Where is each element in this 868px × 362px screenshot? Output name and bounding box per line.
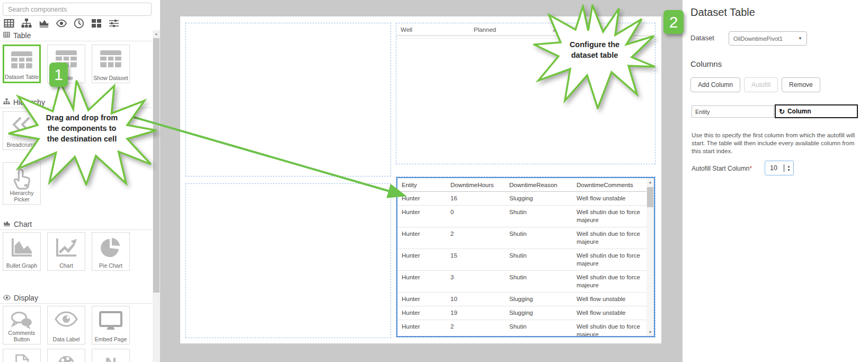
bookmark-n-icon: N xyxy=(105,354,117,362)
tile-breadcrumb[interactable]: Breadcrumb xyxy=(3,111,41,150)
section-header-display: Display xyxy=(0,293,153,304)
breadcrumb-icon xyxy=(12,117,32,135)
stepper-down-icon[interactable]: ▼ xyxy=(787,169,790,172)
autofill-button[interactable]: Autofill xyxy=(744,77,778,92)
dataset-select[interactable]: OilDowntimePivot1 ▼ xyxy=(729,31,807,46)
remove-button[interactable]: Remove xyxy=(782,77,820,92)
canvas-cell-top-left[interactable] xyxy=(185,23,391,176)
tile-hierarchy-picker[interactable]: Hierarchy Picker xyxy=(3,162,41,205)
display-section-icon xyxy=(3,294,11,302)
display-icon[interactable] xyxy=(56,18,67,29)
col-entity: Entity xyxy=(397,178,446,192)
eye-icon xyxy=(55,311,78,329)
section-header-chart: Chart xyxy=(0,219,153,230)
canvas-cell-bottom-left[interactable] xyxy=(185,183,391,338)
column-name-input[interactable] xyxy=(692,105,774,118)
scroll-up-icon[interactable]: ▲ xyxy=(153,32,160,36)
designer-workspace: Well Planned Actual Entity DowntimeHours… xyxy=(160,0,683,362)
preview-col-well: Well xyxy=(396,27,474,33)
preview-col-actual: Actual xyxy=(553,27,655,33)
dataset-select-value: OilDowntimePivot1 xyxy=(733,36,798,42)
autofill-start-column-input[interactable]: 10 ▲ ▼ xyxy=(765,161,794,175)
config-panel: Dataset Table Dataset OilDowntimePivot1 … xyxy=(683,0,868,362)
dataset-table-component[interactable]: Entity DowntimeHours DowntimeReason Down… xyxy=(396,177,655,337)
section-header-table: Table xyxy=(0,30,153,41)
document-icon xyxy=(12,354,31,362)
table-row: Hunter2ShutinWell shutin due to force ma… xyxy=(397,320,646,337)
bullet-graph-icon xyxy=(10,237,33,260)
columns-button-row: Add Column Autofill Remove xyxy=(690,77,820,92)
tile-data-label[interactable]: Data Label xyxy=(47,306,85,345)
canvas-cell-bottom-right[interactable]: Entity DowntimeHours DowntimeReason Down… xyxy=(396,176,656,338)
table-icon[interactable] xyxy=(4,18,14,29)
table-header-row: Entity DowntimeHours DowntimeReason Down… xyxy=(397,178,646,192)
tile-partial-document[interactable] xyxy=(3,349,41,362)
table-tile-icon xyxy=(55,50,77,70)
table-row: Hunter3ShutinWell shutin due to force ma… xyxy=(397,271,646,293)
tile-bullet-graph[interactable]: Bullet Graph xyxy=(3,232,41,271)
table-section-icon xyxy=(3,31,10,40)
table-row: Hunter2ShutinWell shutin due to force ma… xyxy=(397,227,646,249)
stepper-up-icon[interactable]: ▲ xyxy=(787,165,790,168)
col-downtimereason: DowntimeReason xyxy=(505,178,572,192)
refresh-icon: ↻ xyxy=(779,108,785,116)
table-row: Hunter19SluggingWell flow unstable xyxy=(397,306,646,320)
dataset-table-icon xyxy=(11,51,33,71)
chevron-down-icon: ▼ xyxy=(798,36,802,41)
column-type-selector[interactable]: ↻ Column xyxy=(775,104,858,118)
table-row: Hunter16SluggingWell flow unstable xyxy=(397,192,646,206)
required-asterisk: * xyxy=(749,165,752,172)
tile-table[interactable]: Table xyxy=(47,45,85,83)
layout-icon[interactable] xyxy=(91,18,102,29)
hierarchy-icon[interactable] xyxy=(21,18,32,29)
autofill-start-column-label: Autofill Start Column* xyxy=(692,165,752,172)
tile-pie-chart[interactable]: Pie Chart xyxy=(92,232,130,271)
preview-col-planned: Planned xyxy=(474,27,553,33)
tile-partial-bookmark[interactable]: N xyxy=(92,349,130,362)
sidebar-top-strip xyxy=(153,0,160,30)
autofill-help-text: Use this to specify the first column fro… xyxy=(692,131,862,155)
scroll-up-icon[interactable]: ▲ xyxy=(646,180,654,184)
sidebar-scrollbar[interactable]: ▲ xyxy=(153,30,160,362)
tile-chart[interactable]: Chart xyxy=(47,232,85,271)
scroll-down-icon[interactable]: ▼ xyxy=(646,330,654,334)
tile-embed-page[interactable]: Embed Page xyxy=(92,306,130,345)
canvas-cell-top-right[interactable]: Well Planned Actual xyxy=(396,23,656,164)
add-column-button[interactable]: Add Column xyxy=(690,77,740,92)
component-sidebar: Table Dataset Table Table Show Dataset H… xyxy=(0,0,153,362)
sidebar-scrollbar-thumb[interactable] xyxy=(153,38,160,293)
column-type-label: Column xyxy=(787,108,811,115)
tile-show-dataset[interactable]: Show Dataset xyxy=(92,45,130,83)
chart-section-icon xyxy=(3,220,11,228)
chart-icon[interactable] xyxy=(39,18,49,29)
autofill-start-column-value: 10 xyxy=(765,164,784,172)
dataset-table-preview: Entity DowntimeHours DowntimeReason Down… xyxy=(397,178,646,336)
section-header-hierarchy: Hierarchy xyxy=(0,97,153,108)
palette-icon xyxy=(56,354,76,362)
time-icon[interactable] xyxy=(74,18,84,29)
columns-heading: Columns xyxy=(690,59,722,68)
panel-title: Dataset Table xyxy=(690,6,755,19)
dataset-label: Dataset xyxy=(690,34,714,42)
table-scrollbar-thumb[interactable] xyxy=(647,187,653,207)
hand-pointer-icon xyxy=(11,167,32,192)
controls-icon[interactable] xyxy=(109,18,119,29)
col-downtimecomments: DowntimeComments xyxy=(572,178,646,192)
number-stepper[interactable]: ▲ ▼ xyxy=(784,165,793,172)
tile-partial-palette[interactable] xyxy=(47,349,85,362)
comments-icon xyxy=(10,311,33,332)
table-row: Hunter10SluggingWell flow unstable xyxy=(397,293,646,306)
tile-dataset-table[interactable]: Dataset Table xyxy=(3,45,41,83)
table-scrollbar[interactable]: ▲ ▼ xyxy=(646,178,654,336)
dashboard-canvas[interactable]: Well Planned Actual Entity DowntimeHours… xyxy=(180,16,661,343)
table-row: Hunter0ShutinWell shutin due to force ma… xyxy=(397,206,646,227)
tile-comments-button[interactable]: Comments Button xyxy=(3,306,41,345)
table-row: Hunter15ShutinWell shutin due to force m… xyxy=(397,249,646,271)
col-downtimehours: DowntimeHours xyxy=(446,178,505,192)
preview-table-header: Well Planned Actual xyxy=(396,23,655,36)
monitor-icon xyxy=(99,311,122,333)
show-dataset-icon xyxy=(100,50,122,70)
pie-chart-icon xyxy=(100,237,121,261)
line-chart-icon xyxy=(55,237,78,260)
search-input[interactable] xyxy=(3,3,152,16)
